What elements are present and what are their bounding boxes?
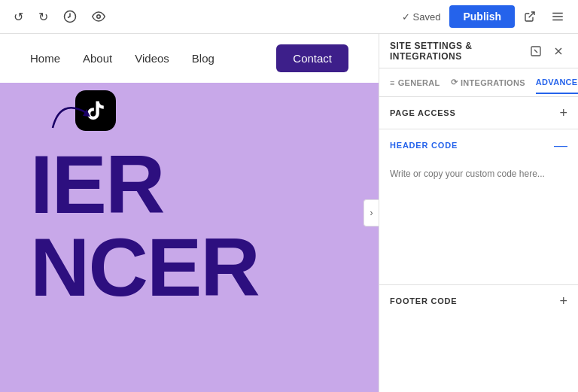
preview-button[interactable] bbox=[86, 5, 111, 28]
panel-collapse-button[interactable]: › bbox=[364, 199, 379, 226]
svg-line-2 bbox=[529, 12, 534, 17]
canvas-area: Home About Videos Blog Contact bbox=[0, 34, 379, 392]
panel-header: SITE SETTINGS & INTEGRATIONS bbox=[379, 34, 578, 68]
external-link-button[interactable] bbox=[518, 6, 542, 27]
hero-text-line1: IER bbox=[30, 143, 348, 226]
publish-button[interactable]: Publish bbox=[449, 5, 515, 28]
canvas-content: IER NCER bbox=[0, 83, 379, 324]
tab-integrations[interactable]: ⟳ INTEGRATIONS bbox=[451, 71, 525, 93]
panel-title: SITE SETTINGS & INTEGRATIONS bbox=[390, 41, 522, 62]
tab-advanced[interactable]: ADVANCED bbox=[536, 71, 578, 94]
site-navigation: Home About Videos Blog Contact bbox=[0, 34, 379, 83]
nav-home[interactable]: Home bbox=[30, 52, 60, 65]
header-code-section: HEADER CODE — bbox=[379, 129, 578, 285]
svg-marker-6 bbox=[83, 109, 90, 117]
main-layout: Home About Videos Blog Contact bbox=[0, 34, 578, 392]
tiktok-section bbox=[75, 90, 116, 131]
tab-general[interactable]: ≡ GENERAL bbox=[390, 72, 440, 93]
svg-line-8 bbox=[534, 50, 537, 53]
history-button[interactable] bbox=[57, 5, 83, 28]
footer-code-toggle: + bbox=[559, 293, 567, 309]
saved-text: Saved bbox=[413, 11, 441, 23]
footer-code-section: FOOTER CODE + bbox=[379, 285, 578, 317]
menu-button[interactable] bbox=[545, 5, 570, 28]
checkmark-icon: ✓ bbox=[402, 11, 410, 23]
page-access-toggle: + bbox=[559, 105, 567, 121]
header-code-textarea[interactable] bbox=[379, 161, 578, 281]
nav-contact[interactable]: Contact bbox=[276, 44, 348, 72]
header-code-title: HEADER CODE bbox=[390, 141, 458, 150]
right-panel: SITE SETTINGS & INTEGRATIONS ≡ GENERAL bbox=[379, 34, 578, 392]
nav-blog[interactable]: Blog bbox=[192, 52, 214, 65]
page-access-title: PAGE ACCESS bbox=[390, 108, 456, 117]
footer-code-title: FOOTER CODE bbox=[390, 296, 457, 305]
header-code-toggle: — bbox=[554, 138, 567, 153]
hero-text-line2: NCER bbox=[30, 226, 348, 308]
footer-code-header[interactable]: FOOTER CODE + bbox=[379, 285, 578, 317]
redo-button[interactable]: ↻ bbox=[32, 5, 54, 29]
svg-point-1 bbox=[97, 15, 101, 19]
refresh-icon: ⟳ bbox=[451, 77, 458, 87]
nav-about[interactable]: About bbox=[83, 52, 112, 65]
page-access-section: PAGE ACCESS + bbox=[379, 97, 578, 129]
toolbar: ↺ ↻ ✓ Saved Publish bbox=[0, 0, 578, 34]
undo-button[interactable]: ↺ bbox=[8, 5, 29, 29]
panel-tabs: ≡ GENERAL ⟳ INTEGRATIONS ADVANCED bbox=[379, 68, 578, 97]
panel-minimize-button[interactable] bbox=[527, 42, 545, 60]
page-access-header[interactable]: PAGE ACCESS + bbox=[379, 97, 578, 129]
hero-text: IER NCER bbox=[30, 143, 348, 308]
panel-close-button[interactable] bbox=[549, 42, 567, 60]
header-code-header[interactable]: HEADER CODE — bbox=[379, 129, 578, 161]
arrow-graphic bbox=[45, 90, 105, 135]
nav-videos[interactable]: Videos bbox=[135, 52, 169, 65]
saved-status: ✓ Saved bbox=[396, 11, 447, 23]
hamburger-icon: ≡ bbox=[390, 78, 395, 87]
